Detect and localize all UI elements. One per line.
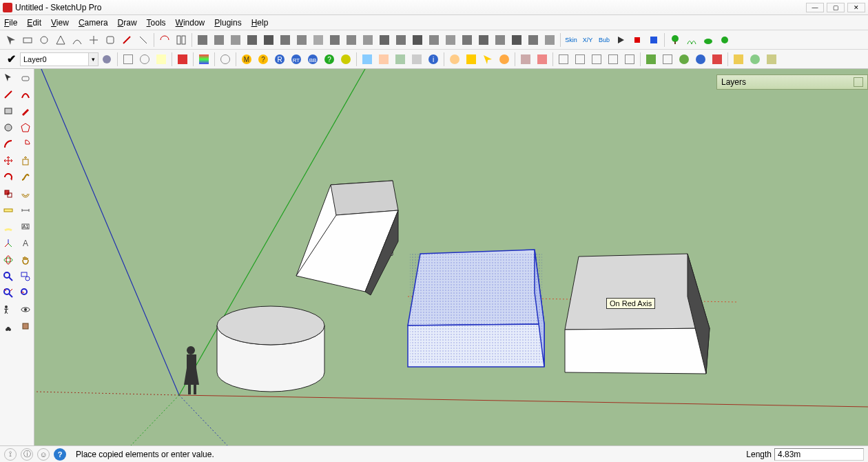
protractor-tool-icon[interactable] [1,219,16,234]
maximize-button[interactable]: ▢ [827,3,845,12]
circle-tool-icon[interactable] [1,120,16,135]
freehand-tool-icon[interactable] [18,87,33,102]
tb2-31-icon[interactable] [676,52,692,67]
pan-tool-icon[interactable] [18,252,33,268]
layers-panel[interactable]: Layers [716,74,868,90]
menu-camera[interactable]: Camera [79,18,108,28]
followme-tool-icon[interactable] [18,170,33,185]
close-button[interactable]: ✕ [847,3,865,12]
section-tool-icon[interactable] [18,319,33,334]
menu-edit[interactable]: Edit [27,18,41,28]
layers-panel-toggle-icon[interactable] [854,77,863,87]
polygon-tool-icon[interactable] [18,120,33,135]
tb2-4-icon[interactable] [175,52,190,67]
tool-4-icon[interactable] [53,32,68,48]
play-icon[interactable] [613,32,628,48]
tb2-6-icon[interactable] [218,52,233,67]
tool-28-icon[interactable] [459,32,475,48]
tb2-30-icon[interactable] [660,52,675,67]
3dtext-tool-icon[interactable]: A [18,236,33,251]
xy-button[interactable]: X/Y [580,32,595,48]
tool-24-icon[interactable] [393,32,409,48]
tb2-15-icon[interactable] [393,52,408,67]
minimize-button[interactable]: — [806,3,824,12]
stop-icon[interactable] [630,32,645,48]
tool-11-icon[interactable] [174,32,189,48]
look-around-icon[interactable] [18,302,33,317]
menu-plugins[interactable]: Plugins [214,18,241,28]
bush-icon[interactable] [701,32,716,48]
tool-13-icon[interactable] [211,32,227,48]
tool-10-icon[interactable] [157,32,172,48]
q-badge-icon[interactable]: ? [322,52,337,67]
tb2-32-icon[interactable] [693,52,708,67]
tb2-19-icon[interactable] [464,52,479,67]
menu-file[interactable]: FFileile [4,18,17,28]
tool-30-icon[interactable] [493,32,508,48]
tb2-35-icon[interactable] [747,52,763,67]
tool-1-icon[interactable] [3,32,19,48]
tb2-23-icon[interactable] [535,52,550,67]
tool-33-icon[interactable] [542,32,557,48]
tool-20-icon[interactable] [327,32,342,48]
tb2-33-icon[interactable] [710,52,725,67]
tool-12-icon[interactable] [195,32,210,48]
rotate-tool-icon[interactable] [1,170,16,185]
layer-visible-check-icon[interactable]: ✔ [7,52,16,66]
tree-icon[interactable] [668,32,683,48]
tb2-21-icon[interactable] [497,52,512,67]
text-tool-icon[interactable]: A1 [18,219,33,234]
axes-tool-icon[interactable] [1,236,16,251]
3d-viewport[interactable]: On Red Axis Layers [34,69,868,445]
tb2-22-icon[interactable] [518,52,533,67]
line-tool-icon[interactable] [1,87,16,102]
tool-25-icon[interactable] [410,32,425,48]
tool-18-icon[interactable] [294,32,309,48]
tool-15-icon[interactable] [245,32,260,48]
zoom-extents-tool-icon[interactable] [1,285,16,301]
pushpull-tool-icon[interactable] [18,153,33,168]
bb-badge-icon[interactable]: BB [305,52,320,67]
tb2-36-icon[interactable] [764,52,779,67]
previous-view-icon[interactable] [18,285,33,301]
length-value-box[interactable]: 4.83m [774,448,864,461]
tool-32-icon[interactable] [526,32,541,48]
skin-button[interactable]: Skin [564,32,579,48]
tool-19-icon[interactable] [311,32,326,48]
tb2-13-icon[interactable] [360,52,375,67]
help-icon[interactable]: ? [54,448,66,461]
tool-27-icon[interactable] [443,32,458,48]
tool-5-icon[interactable] [70,32,85,48]
offset-tool-icon[interactable] [18,186,33,201]
current-layer-input[interactable] [20,52,89,66]
dimension-tool-icon[interactable] [18,203,33,218]
menu-view[interactable]: View [51,18,69,28]
tool-16-icon[interactable] [261,32,276,48]
tb2-3-icon[interactable] [154,52,169,67]
tb2-14-icon[interactable] [376,52,391,67]
position-camera-icon[interactable] [1,302,16,317]
person-icon[interactable]: ☺ [37,448,50,461]
tool-29-icon[interactable] [476,32,491,48]
record-icon[interactable] [646,32,661,48]
tool-21-icon[interactable] [344,32,359,48]
g-badge-icon[interactable]: ? [256,52,271,67]
walk-tool-icon[interactable] [1,319,16,334]
tb2-17-icon[interactable]: i [426,52,441,67]
layer-manager-icon[interactable] [99,52,114,67]
orbit-tool-icon[interactable] [1,252,16,268]
menu-draw[interactable]: Draw [118,18,137,28]
credits-icon[interactable]: ⓘ [21,448,33,461]
menu-help[interactable]: Help [251,18,269,28]
tb2-1-icon[interactable] [121,52,136,67]
scale-tool-icon[interactable] [1,186,16,201]
tool-22-icon[interactable] [360,32,375,48]
tb2-18-icon[interactable] [447,52,462,67]
menu-window[interactable]: Window [176,18,205,28]
tool-14-icon[interactable] [228,32,243,48]
tb2-29-icon[interactable] [643,52,659,67]
arc-tool-icon[interactable] [1,137,16,152]
pencil-tool-icon[interactable] [18,103,33,119]
tool-9-icon[interactable] [136,32,151,48]
tool-17-icon[interactable] [278,32,293,48]
